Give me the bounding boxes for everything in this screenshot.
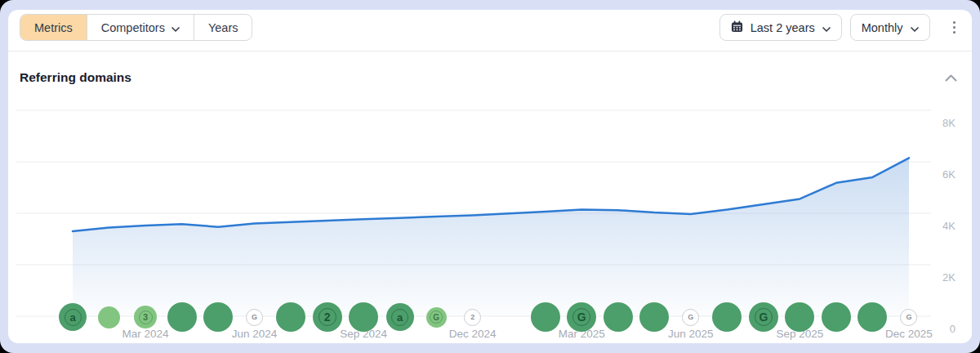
event-count-badge: 3 [139,311,153,324]
area-fill [73,158,909,316]
event-marker[interactable]: G [900,309,917,326]
event-marker[interactable]: G [426,307,447,328]
y-tick-label: 2K [923,270,956,285]
event-marker[interactable] [98,306,120,328]
x-tick-label: Dec 2024 [436,328,510,341]
ahrefs-event-icon: a [65,309,82,326]
event-marker[interactable]: G [567,302,596,332]
google-update-icon: G [572,308,590,326]
event-marker[interactable]: a [386,303,414,331]
google-update-icon: G [755,308,773,326]
event-marker[interactable]: 3 [134,306,157,328]
event-marker[interactable] [349,302,378,332]
referring-domains-chart[interactable]: 8K6K4K2K0 Mar 2024Jun 2024Sep 2024Dec 20… [8,10,972,343]
event-count-badge: 2 [466,310,480,324]
metrics-panel: Metrics Competitors Years [8,10,972,343]
event-marker[interactable]: 2 [313,302,342,332]
event-marker[interactable]: a [59,303,87,331]
google-update-icon: G [684,310,698,324]
x-tick-label: Jun 2024 [218,328,292,341]
ahrefs-event-icon: a [391,309,408,326]
event-marker[interactable] [167,302,197,332]
event-marker[interactable]: G [246,309,263,326]
event-marker[interactable] [531,302,560,332]
y-tick-label: 6K [923,168,956,182]
google-update-icon: G [902,310,916,324]
event-marker[interactable] [604,302,633,332]
y-tick-label: 4K [923,219,956,234]
event-marker[interactable]: 2 [464,309,481,326]
x-tick-label: Dec 2025 [872,328,946,341]
event-marker[interactable]: G [749,302,778,332]
event-marker[interactable] [276,302,305,332]
chart-canvas[interactable] [8,10,972,343]
google-update-icon: G [247,310,262,324]
y-tick-label: 8K [923,116,956,131]
x-tick-label: Jun 2025 [654,328,728,341]
event-marker[interactable] [203,302,233,332]
event-count-badge: 2 [318,308,336,326]
x-tick-label: Mar 2024 [109,328,182,341]
event-marker[interactable] [822,302,851,332]
event-marker[interactable]: G [682,309,699,326]
page-background: Metrics Competitors Years [0,0,980,353]
google-update-icon: G [430,311,443,324]
